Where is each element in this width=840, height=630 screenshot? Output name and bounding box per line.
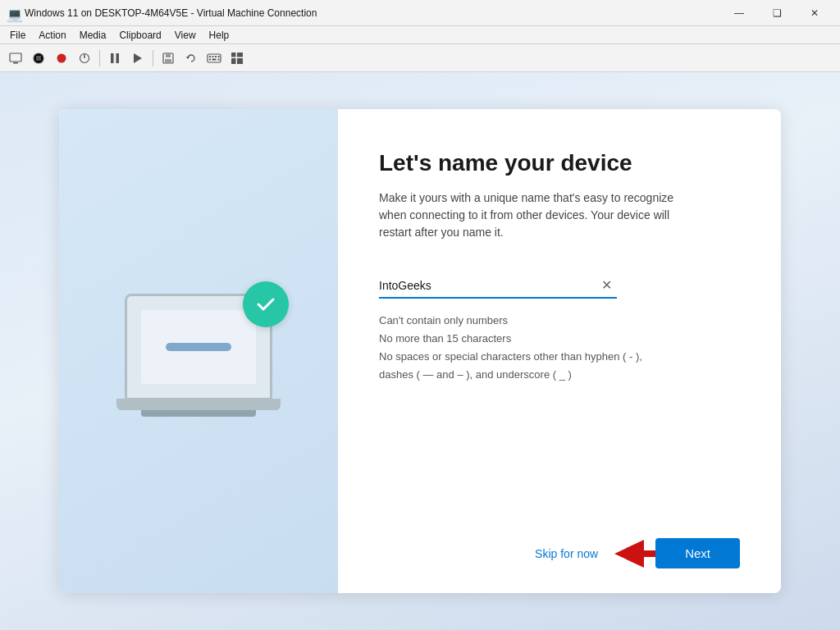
hint-line-3: No spaces or special characters other th… [379,348,740,366]
svg-rect-3 [36,56,41,61]
menu-view[interactable]: View [168,28,203,43]
next-button[interactable]: Next [655,538,740,568]
toolbar-save-btn[interactable] [158,48,179,69]
laptop-bar [166,343,231,351]
toolbar-play-btn[interactable] [127,48,148,69]
svg-rect-15 [209,56,211,57]
vm-content-area: Let's name your device Make it yours wit… [0,72,840,630]
svg-marker-9 [134,53,142,63]
svg-rect-23 [237,52,243,57]
svg-rect-24 [231,58,236,64]
menu-help[interactable]: Help [203,28,236,43]
svg-rect-11 [166,53,171,57]
laptop-base [116,399,281,410]
svg-rect-1 [13,62,18,64]
svg-rect-14 [208,54,221,62]
svg-marker-13 [186,57,189,59]
svg-rect-20 [212,58,217,60]
toolbar-pause-btn[interactable] [104,48,126,69]
window-title: Windows 11 on DESKTOP-4M64V5E - Virtual … [25,7,720,19]
svg-rect-25 [237,58,243,64]
toolbar-grid-btn[interactable] [226,48,248,69]
page-title: Let's name your device [379,150,740,176]
button-row: Skip for now Next [379,522,740,568]
restore-button[interactable]: ❑ [758,0,796,26]
hint-text: Can't contain only numbers No more than … [379,312,740,384]
toolbar [0,44,840,72]
red-arrow-icon [614,540,659,568]
menu-file[interactable]: File [3,28,32,43]
svg-rect-7 [111,53,114,63]
menu-bar: File Action Media Clipboard View Help [0,26,840,44]
svg-rect-17 [215,56,217,57]
close-button[interactable]: ✕ [796,0,833,26]
next-area: Next [614,538,740,568]
svg-rect-12 [165,59,171,62]
toolbar-separator-1 [99,50,100,66]
input-clear-button[interactable]: ✕ [600,279,614,292]
toolbar-power-btn[interactable] [74,48,95,69]
hint-line-2: No more than 15 characters [379,330,740,348]
toolbar-separator-2 [153,50,153,66]
setup-card: Let's name your device Make it yours wit… [59,109,781,593]
minimize-button[interactable]: — [720,0,758,26]
toolbar-revert-btn[interactable] [180,48,202,69]
menu-action[interactable]: Action [32,28,72,43]
svg-point-4 [57,53,66,62]
window-icon: 💻 [7,7,20,20]
hint-line-4: dashes ( — and – ), and underscore ( _ ) [379,366,740,384]
menu-media[interactable]: Media [73,28,113,43]
title-bar: 💻 Windows 11 on DESKTOP-4M64V5E - Virtua… [0,0,840,26]
illustration-area [59,109,338,593]
svg-rect-19 [209,58,211,60]
skip-button[interactable]: Skip for now [535,547,598,560]
menu-clipboard[interactable]: Clipboard [112,28,167,43]
toolbar-stop-btn[interactable] [28,48,49,69]
svg-rect-0 [10,53,21,62]
laptop-foot [141,410,256,417]
svg-rect-18 [218,56,220,57]
input-section: ✕ Can't contain only numbers No more tha… [379,274,740,384]
device-name-input[interactable] [379,274,617,297]
svg-rect-22 [231,52,236,57]
toolbar-keyboard-btn[interactable] [203,48,225,69]
laptop-illustration [116,277,281,425]
toolbar-record-btn[interactable] [51,48,72,69]
toolbar-computer-btn[interactable] [5,48,26,69]
content-area: Let's name your device Make it yours wit… [338,109,781,593]
svg-rect-16 [212,56,214,57]
window-controls: — ❑ ✕ [720,0,833,26]
laptop-screen-inner [141,310,256,384]
hint-line-1: Can't contain only numbers [379,312,740,330]
svg-rect-8 [116,53,120,63]
device-name-input-wrapper: ✕ [379,274,617,299]
svg-rect-21 [218,58,220,60]
page-description: Make it yours with a unique name that's … [379,189,674,241]
check-badge [243,281,289,327]
